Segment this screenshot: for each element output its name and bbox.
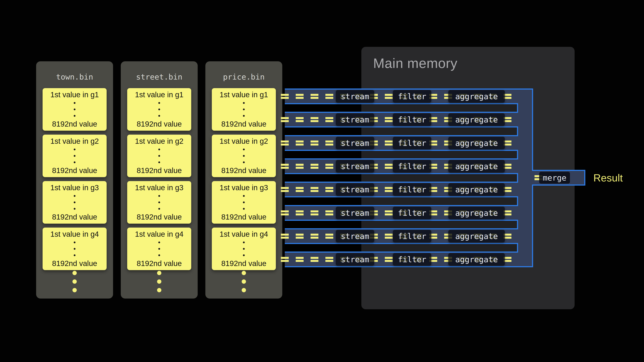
value-group-block: 1st value in g18192nd value <box>42 88 106 131</box>
dataflow-equals-icon <box>385 164 393 169</box>
stage-box-stream: stream <box>336 183 374 196</box>
ellipsis-dot <box>72 288 77 292</box>
value-group-block: 1st value in g38192nd value <box>212 181 276 224</box>
dataflow-equals-icon <box>281 117 289 122</box>
ellipsis-dot <box>158 201 160 203</box>
ellipsis-icon <box>243 149 245 163</box>
stage-box-stream: stream <box>336 113 374 126</box>
group-last-value-label: 8192nd value <box>137 120 182 128</box>
group-last-value-label: 8192nd value <box>221 166 266 175</box>
ellipsis-dot <box>243 208 245 210</box>
dataflow-equals-icon <box>310 187 318 192</box>
pipeline-connector <box>285 103 518 113</box>
dataflow-equals-icon <box>310 164 318 169</box>
ellipsis-icon <box>243 102 245 117</box>
ellipsis-dot <box>158 195 160 197</box>
pipeline-connector <box>285 243 518 253</box>
group-first-value-label: 1st value in g2 <box>50 137 99 146</box>
dataflow-equals-icon <box>281 140 289 145</box>
ellipsis-dot <box>158 242 160 243</box>
group-first-value-label: 1st value in g3 <box>220 183 268 192</box>
dataflow-equals-icon <box>296 187 304 192</box>
ellipsis-dot <box>158 155 160 157</box>
stage-box-aggregate: aggregate <box>448 113 505 126</box>
dataflow-equals-icon <box>296 210 304 215</box>
ellipsis-dot <box>242 271 246 275</box>
ellipsis-dot <box>74 155 76 157</box>
ellipsis-icon <box>74 102 76 117</box>
group-first-value-label: 1st value in g4 <box>50 230 99 239</box>
dataflow-equals-icon <box>281 187 289 192</box>
dataflow-equals-icon <box>385 117 393 122</box>
ellipsis-icon <box>74 195 76 210</box>
ellipsis-dot <box>243 149 245 150</box>
more-groups-ellipsis-icon <box>121 271 198 292</box>
dataflow-equals-icon <box>385 257 393 262</box>
group-last-value-label: 8192nd value <box>221 120 266 128</box>
ellipsis-dot <box>243 248 245 250</box>
main-memory-title: Main memory <box>373 55 458 71</box>
ellipsis-dot <box>158 248 160 250</box>
pipeline-connector <box>285 173 518 183</box>
dataflow-equals-icon <box>310 94 318 99</box>
value-group-block: 1st value in g18192nd value <box>127 88 191 131</box>
ellipsis-dot <box>74 102 76 104</box>
ellipsis-dot <box>243 195 245 197</box>
pipeline-row: streamfilteraggregate <box>285 88 518 104</box>
pipeline-connector <box>285 126 518 136</box>
ellipsis-dot <box>243 201 245 203</box>
value-group-block: 1st value in g48192nd value <box>42 228 106 270</box>
stage-box-stream: stream <box>336 230 374 242</box>
group-last-value-label: 8192nd value <box>137 259 182 268</box>
group-first-value-label: 1st value in g3 <box>50 183 99 192</box>
ellipsis-dot <box>74 149 76 150</box>
stage-box-aggregate: aggregate <box>448 230 505 242</box>
ellipsis-icon <box>158 102 160 117</box>
merge-box: merge <box>539 172 570 184</box>
ellipsis-dot <box>157 279 161 284</box>
pipeline-connector <box>285 196 518 206</box>
dataflow-equals-icon <box>296 94 304 99</box>
dataflow-equals-icon <box>326 117 333 122</box>
dataflow-equals-icon <box>310 117 318 122</box>
group-last-value-label: 8192nd value <box>137 166 182 175</box>
stage-box-filter: filter <box>393 137 431 149</box>
ellipsis-dot <box>74 201 76 203</box>
stage-box-aggregate: aggregate <box>448 160 505 173</box>
file-column-title: price.bin <box>205 72 282 81</box>
ellipsis-dot <box>158 149 160 150</box>
ellipsis-dot <box>243 155 245 157</box>
stage-box-filter: filter <box>393 253 431 266</box>
more-groups-ellipsis-icon <box>36 271 113 292</box>
dataflow-equals-icon <box>310 210 318 215</box>
stage-box-filter: filter <box>393 90 431 103</box>
ellipsis-dot <box>242 288 246 292</box>
file-column-price-bin: price.bin1st value in g18192nd value1st … <box>205 61 282 299</box>
dataflow-equals-icon <box>281 234 289 239</box>
ellipsis-icon <box>74 242 76 256</box>
group-last-value-label: 8192nd value <box>221 259 266 268</box>
dataflow-equals-icon <box>326 187 333 192</box>
group-first-value-label: 1st value in g1 <box>50 90 99 99</box>
ellipsis-dot <box>242 279 246 284</box>
dataflow-equals-icon <box>326 164 333 169</box>
dataflow-equals-icon <box>385 140 393 145</box>
value-group-block: 1st value in g28192nd value <box>42 135 106 177</box>
stage-box-stream: stream <box>336 137 374 149</box>
pipeline-row: streamfilteraggregate <box>285 228 518 244</box>
dataflow-equals-icon <box>296 164 304 169</box>
ellipsis-dot <box>157 288 161 292</box>
pipeline-row: streamfilteraggregate <box>285 112 518 127</box>
value-group-block: 1st value in g28192nd value <box>127 135 191 177</box>
ellipsis-dot <box>74 248 76 250</box>
stage-box-aggregate: aggregate <box>448 183 505 196</box>
stage-box-filter: filter <box>393 230 431 242</box>
stage-box-stream: stream <box>336 253 374 266</box>
file-column-title: town.bin <box>36 72 113 81</box>
group-last-value-label: 8192nd value <box>52 259 97 268</box>
dataflow-equals-icon <box>385 234 393 239</box>
file-column-street-bin: street.bin1st value in g18192nd value1st… <box>121 61 198 299</box>
group-first-value-label: 1st value in g3 <box>135 183 184 192</box>
dataflow-equals-icon <box>281 257 289 262</box>
ellipsis-dot <box>158 115 160 117</box>
